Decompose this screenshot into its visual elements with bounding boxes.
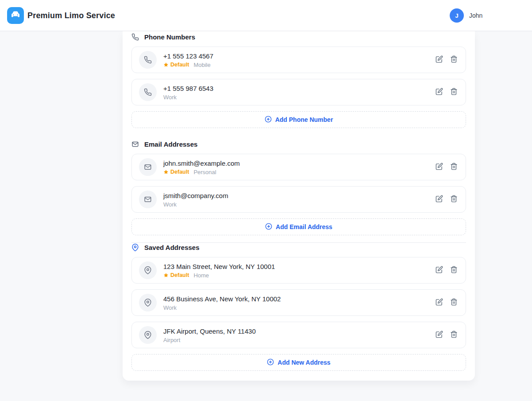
phone-item: +1 555 123 4567 Default Mobile: [131, 47, 466, 73]
trash-icon: [450, 331, 458, 339]
mail-icon: [139, 191, 157, 208]
item-actions: [435, 266, 458, 274]
edit-button[interactable]: [435, 163, 443, 171]
edit-button[interactable]: [435, 331, 443, 339]
page-title: Premium Limo Service: [27, 0, 115, 31]
email-value: john.smith@example.com: [163, 160, 240, 167]
phone-sub: Default Mobile: [163, 62, 213, 68]
contact-info-card: Phone Numbers +1 555 123 4567 Default Mo…: [123, 31, 475, 381]
star-icon: [163, 273, 169, 278]
delete-button[interactable]: [450, 163, 458, 171]
add-phone-number-label: Add Phone Number: [275, 116, 333, 123]
address-sub: Work: [163, 305, 281, 311]
plus-circle-icon: [265, 116, 272, 124]
section-title: Phone Numbers: [144, 33, 195, 41]
section-header: Phone Numbers: [131, 32, 466, 41]
edit-icon: [436, 55, 443, 64]
address-value: 123 Main Street, New York, NY 10001: [163, 263, 275, 270]
email-item: jsmith@company.com Work: [131, 186, 466, 213]
email-sub: Work: [163, 202, 228, 207]
star-icon: [163, 62, 169, 67]
section-saved-addresses: Saved Addresses 123 Main Street, New Yor…: [131, 243, 466, 371]
default-label: Default: [170, 273, 189, 278]
address-sub: Default Home: [163, 273, 275, 278]
item-actions: [435, 163, 458, 171]
default-label: Default: [170, 62, 189, 68]
section-title: Email Addresses: [144, 140, 197, 148]
type-label: Personal: [193, 169, 216, 175]
item-actions: [435, 88, 458, 96]
delete-button[interactable]: [450, 88, 458, 96]
phone-icon: [139, 51, 157, 69]
address-item: 123 Main Street, New York, NY 10001 Defa…: [131, 257, 466, 284]
type-label: Mobile: [193, 62, 210, 68]
item-actions: [435, 331, 458, 339]
phone-icon: [139, 83, 157, 101]
section-phone-numbers: Phone Numbers +1 555 123 4567 Default Mo…: [131, 32, 466, 128]
add-new-address-label: Add New Address: [278, 359, 330, 366]
edit-button[interactable]: [435, 299, 443, 307]
trash-icon: [450, 266, 458, 275]
add-email-address-button[interactable]: Add Email Address: [131, 218, 466, 235]
address-meta: 456 Business Ave, New York, NY 10002 Wor…: [163, 295, 281, 311]
item-actions: [435, 195, 458, 203]
plus-circle-icon: [265, 223, 272, 231]
email-sub: Default Personal: [163, 169, 240, 175]
star-icon: [163, 169, 169, 175]
phone-value: +1 555 123 4567: [163, 52, 213, 60]
map-pin-icon: [139, 261, 157, 279]
edit-icon: [436, 331, 443, 339]
default-label: Default: [170, 169, 189, 175]
email-meta: jsmith@company.com Work: [163, 192, 228, 207]
map-pin-icon: [131, 244, 139, 251]
type-label: Airport: [163, 337, 180, 343]
type-label: Work: [163, 202, 177, 207]
phone-value: +1 555 987 6543: [163, 85, 213, 92]
delete-button[interactable]: [450, 266, 458, 274]
address-meta: 123 Main Street, New York, NY 10001 Defa…: [163, 263, 275, 278]
address-item: 456 Business Ave, New York, NY 10002 Wor…: [131, 289, 466, 316]
delete-button[interactable]: [450, 299, 458, 307]
trash-icon: [450, 163, 458, 171]
user-name: John: [469, 12, 482, 19]
type-label: Work: [163, 305, 177, 311]
avatar[interactable]: J: [450, 8, 464, 23]
type-label: Work: [163, 94, 177, 100]
address-item: JFK Airport, Queens, NY 11430 Airport: [131, 322, 466, 348]
mail-icon: [139, 158, 157, 176]
trash-icon: [450, 55, 458, 64]
delete-button[interactable]: [450, 331, 458, 339]
section-header: Email Addresses: [131, 140, 466, 148]
email-item: john.smith@example.com Default Personal: [131, 154, 466, 180]
edit-icon: [436, 266, 443, 275]
phone-icon: [131, 33, 139, 41]
section-email-addresses: Email Addresses john.smith@example.com D…: [131, 140, 466, 235]
app-header: Premium Limo Service J John: [0, 0, 532, 31]
edit-button[interactable]: [435, 266, 443, 274]
edit-button[interactable]: [435, 56, 443, 64]
address-sub: Airport: [163, 337, 256, 343]
address-value: JFK Airport, Queens, NY 11430: [163, 327, 256, 335]
section-title: Saved Addresses: [144, 244, 200, 251]
email-meta: john.smith@example.com Default Personal: [163, 160, 240, 175]
trash-icon: [450, 298, 458, 307]
delete-button[interactable]: [450, 56, 458, 64]
delete-button[interactable]: [450, 195, 458, 203]
add-email-address-label: Add Email Address: [276, 223, 332, 230]
edit-button[interactable]: [435, 88, 443, 96]
default-badge: Default: [163, 169, 189, 175]
user-menu[interactable]: J John: [450, 8, 482, 23]
add-new-address-button[interactable]: Add New Address: [131, 354, 466, 371]
address-value: 456 Business Ave, New York, NY 10002: [163, 295, 281, 303]
add-phone-number-button[interactable]: Add Phone Number: [131, 111, 466, 128]
app-logo[interactable]: [7, 7, 24, 24]
section-header: Saved Addresses: [131, 243, 466, 252]
plus-circle-icon: [267, 358, 274, 367]
edit-icon: [436, 298, 443, 307]
map-pin-icon: [139, 326, 157, 344]
address-meta: JFK Airport, Queens, NY 11430 Airport: [163, 327, 256, 343]
phone-meta: +1 555 123 4567 Default Mobile: [163, 52, 213, 68]
edit-button[interactable]: [435, 195, 443, 203]
car-icon: [10, 9, 21, 22]
edit-icon: [436, 195, 443, 204]
